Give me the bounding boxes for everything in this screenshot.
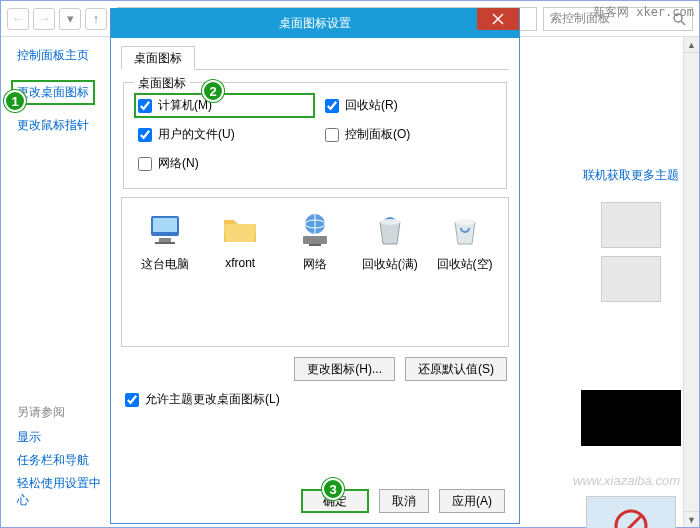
theme-thumbnail[interactable] xyxy=(601,256,661,302)
svg-point-18 xyxy=(380,219,400,225)
svg-line-6 xyxy=(621,516,641,528)
checkbox-network[interactable]: 网络(N) xyxy=(138,155,305,172)
checkbox-userfiles-input[interactable] xyxy=(138,128,152,142)
icon-this-pc[interactable]: 这台电脑 xyxy=(135,210,195,273)
theme-thumbnail[interactable] xyxy=(601,202,661,248)
computer-icon xyxy=(145,210,185,250)
callout-badge-2: 2 xyxy=(202,80,224,102)
see-also-taskbar[interactable]: 任务栏和导航 xyxy=(17,452,111,469)
close-button[interactable] xyxy=(477,8,519,30)
no-entry-icon xyxy=(613,508,649,528)
dialog-titlebar[interactable]: 桌面图标设置 xyxy=(111,8,519,38)
see-also-ease[interactable]: 轻松使用设置中心 xyxy=(17,475,111,509)
recent-dropdown[interactable]: ▾ xyxy=(59,8,81,30)
checkbox-computer-input[interactable] xyxy=(138,99,152,113)
svg-point-19 xyxy=(455,219,475,225)
svg-rect-17 xyxy=(309,244,321,246)
icon-preview-list: 这台电脑 xfront 网络 回收站(满) 回收站(空) xyxy=(121,197,509,347)
icon-user-folder[interactable]: xfront xyxy=(210,210,270,270)
icon-recycle-full[interactable]: 回收站(满) xyxy=(360,210,420,273)
icon-label: 这台电脑 xyxy=(141,256,189,273)
checkbox-network-label: 网络(N) xyxy=(158,155,199,172)
vertical-scrollbar[interactable]: ▲ ▼ xyxy=(683,37,699,527)
icon-label: 回收站(满) xyxy=(362,256,418,273)
svg-rect-11 xyxy=(159,238,171,242)
color-thumbnail[interactable] xyxy=(581,390,681,446)
forward-button[interactable]: → xyxy=(33,8,55,30)
icon-network[interactable]: 网络 xyxy=(285,210,345,273)
icon-label: 回收站(空) xyxy=(437,256,493,273)
screensaver-thumbnail[interactable] xyxy=(586,496,676,528)
dialog-title: 桌面图标设置 xyxy=(121,15,509,32)
icon-label: xfront xyxy=(225,256,255,270)
checkbox-computer-label: 计算机(M) xyxy=(158,97,212,114)
get-more-themes-link[interactable]: 联机获取更多主题 xyxy=(583,167,679,184)
checkbox-recycle-input[interactable] xyxy=(325,99,339,113)
checkbox-ctrlpanel-label: 控制面板(O) xyxy=(345,126,410,143)
see-also-display[interactable]: 显示 xyxy=(17,429,111,446)
sidebar-link-change-mouse-pointers[interactable]: 更改鼠标指针 xyxy=(17,117,111,134)
checkbox-ctrlpanel-input[interactable] xyxy=(325,128,339,142)
callout-badge-1: 1 xyxy=(4,90,26,112)
recycle-full-icon xyxy=(370,210,410,250)
checkbox-network-input[interactable] xyxy=(138,157,152,171)
checkbox-allow-themes-input[interactable] xyxy=(125,393,139,407)
scroll-down-button[interactable]: ▼ xyxy=(684,511,699,527)
see-also-heading: 另请参阅 xyxy=(17,404,111,421)
checkbox-recycle-bin[interactable]: 回收站(R) xyxy=(325,97,492,114)
apply-button[interactable]: 应用(A) xyxy=(439,489,505,513)
checkbox-control-panel[interactable]: 控制面板(O) xyxy=(325,126,492,143)
checkbox-allow-themes-label: 允许主题更改桌面图标(L) xyxy=(145,391,280,408)
checkbox-userfiles-label: 用户的文件(U) xyxy=(158,126,235,143)
tab-desktop-icons[interactable]: 桌面图标 xyxy=(121,46,195,70)
group-legend: 桌面图标 xyxy=(134,75,190,92)
up-button[interactable]: ↑ xyxy=(85,8,107,30)
change-icon-button[interactable]: 更改图标(H)... xyxy=(294,357,395,381)
close-icon xyxy=(492,13,504,25)
callout-badge-3: 3 xyxy=(322,478,344,500)
scroll-up-button[interactable]: ▲ xyxy=(684,37,699,53)
icon-recycle-empty[interactable]: 回收站(空) xyxy=(435,210,495,273)
checkbox-recycle-label: 回收站(R) xyxy=(345,97,398,114)
svg-rect-12 xyxy=(155,242,175,244)
checkbox-computer[interactable]: 计算机(M) xyxy=(134,93,315,118)
dialog-footer: 确定 取消 应用(A) xyxy=(121,481,509,517)
svg-line-4 xyxy=(681,21,685,25)
desktop-icon-settings-dialog: 桌面图标设置 桌面图标 桌面图标 计算机(M) 回收站(R) 用户的文 xyxy=(110,8,520,524)
checkbox-user-files[interactable]: 用户的文件(U) xyxy=(138,126,305,143)
network-icon xyxy=(295,210,335,250)
icon-label: 网络 xyxy=(303,256,327,273)
back-button[interactable]: ← xyxy=(7,8,29,30)
watermark-text: 新客网 xker.com xyxy=(593,4,694,21)
tab-strip: 桌面图标 xyxy=(121,46,509,70)
checkbox-allow-themes[interactable]: 允许主题更改桌面图标(L) xyxy=(125,391,505,408)
svg-rect-16 xyxy=(303,236,327,244)
sidebar-title[interactable]: 控制面板主页 xyxy=(17,47,111,64)
cancel-button[interactable]: 取消 xyxy=(379,489,429,513)
svg-rect-10 xyxy=(153,218,177,232)
folder-icon xyxy=(220,210,260,250)
restore-defaults-button[interactable]: 还原默认值(S) xyxy=(405,357,507,381)
recycle-empty-icon xyxy=(445,210,485,250)
desktop-icons-group: 桌面图标 计算机(M) 回收站(R) 用户的文件(U) 控制面板(O) xyxy=(123,82,507,189)
